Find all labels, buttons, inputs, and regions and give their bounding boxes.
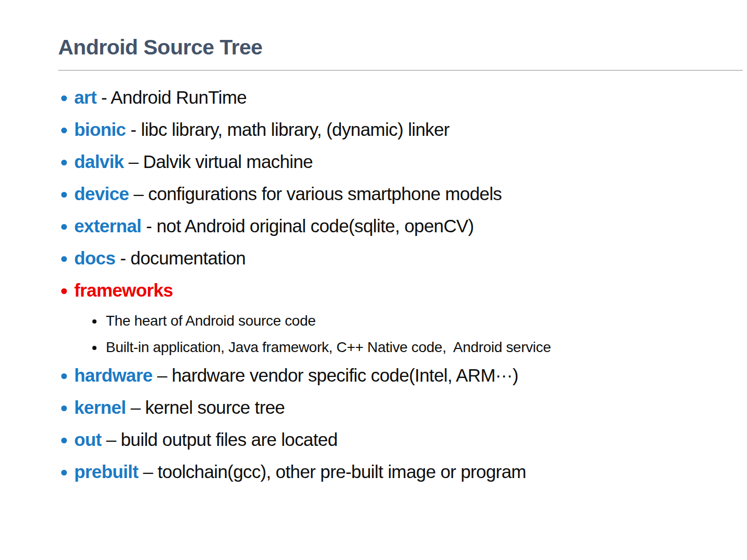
- keyword: hardware: [74, 365, 153, 386]
- sub-text: Built-in application, Java framework, C+…: [106, 339, 551, 356]
- sub-bullet-icon: [92, 319, 96, 324]
- bullet-icon: [61, 160, 67, 165]
- description: – kernel source tree: [126, 397, 285, 418]
- description: - libc library, math library, (dynamic) …: [126, 119, 449, 140]
- list-item: dalvik – Dalvik virtual machine: [58, 150, 742, 173]
- sub-list-item: The heart of Android source code: [58, 311, 742, 331]
- bullet-icon: [61, 192, 67, 198]
- keyword: kernel: [74, 397, 126, 418]
- keyword: art: [74, 87, 96, 108]
- list-item: bionic - libc library, math library, (dy…: [58, 118, 742, 141]
- bullet-list: art - Android RunTime bionic - libc libr…: [58, 86, 742, 493]
- description: – hardware vendor specific code(Intel, A…: [153, 365, 518, 386]
- bullet-icon: [61, 256, 67, 262]
- bullet-icon: [61, 288, 67, 294]
- list-item: docs - documentation: [58, 247, 742, 270]
- sub-bullet-icon: [92, 346, 96, 350]
- list-item: out – build output files are located: [58, 428, 742, 451]
- keyword: device: [74, 184, 129, 204]
- bullet-icon: [61, 405, 67, 411]
- bullet-icon: [61, 128, 67, 133]
- keyword: bionic: [74, 119, 126, 140]
- bullet-icon: [61, 95, 67, 101]
- list-item: external - not Android original code(sql…: [58, 215, 742, 237]
- list-item-frameworks: frameworks: [58, 279, 742, 302]
- description: - Android RunTime: [96, 87, 246, 108]
- bullet-icon: [61, 224, 67, 230]
- keyword: out: [74, 429, 102, 450]
- list-item: device – configurations for various smar…: [58, 183, 742, 205]
- description: – Dalvik virtual machine: [124, 151, 313, 172]
- list-item: hardware – hardware vendor specific code…: [58, 364, 742, 387]
- list-item: prebuilt – toolchain(gcc), other pre-bui…: [58, 460, 742, 483]
- description: - documentation: [115, 248, 245, 269]
- keyword: external: [74, 216, 141, 236]
- description: - not Android original code(sqlite, open…: [141, 216, 474, 236]
- sub-text: The heart of Android source code: [106, 313, 315, 329]
- keyword: frameworks: [74, 280, 173, 301]
- sub-list-item: Built-in application, Java framework, C+…: [58, 338, 742, 357]
- list-item: kernel – kernel source tree: [58, 396, 742, 419]
- description: – toolchain(gcc), other pre-built image …: [139, 461, 527, 482]
- bullet-icon: [61, 373, 67, 379]
- bullet-icon: [61, 438, 67, 443]
- bullet-icon: [61, 470, 67, 475]
- keyword: prebuilt: [74, 461, 139, 482]
- keyword: docs: [74, 248, 115, 269]
- sub-bullet-list: The heart of Android source code Built-i…: [58, 311, 742, 357]
- description: – build output files are located: [102, 429, 338, 450]
- page-title: Android Source Tree: [58, 35, 262, 60]
- keyword: dalvik: [74, 151, 124, 172]
- description: – configurations for various smartphone …: [129, 184, 502, 204]
- title-divider: [58, 70, 743, 71]
- list-item: art - Android RunTime: [58, 86, 742, 109]
